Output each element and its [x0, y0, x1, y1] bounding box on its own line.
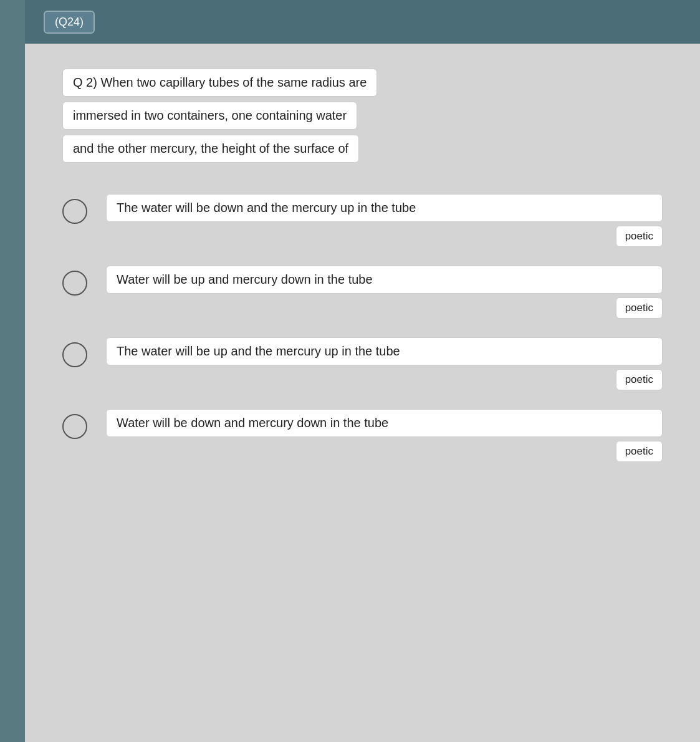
header: (Q24): [25, 0, 700, 44]
option-content-1: The water will be down and the mercury u…: [106, 194, 663, 247]
options-container: The water will be down and the mercury u…: [62, 194, 663, 462]
option-row-4: Water will be down and mercury down in t…: [62, 409, 663, 462]
content-area: Q 2) When two capillary tubes of the sam…: [25, 44, 700, 742]
poetic-badge-3: poetic: [616, 369, 663, 390]
main-content: (Q24) Q 2) When two capillary tubes of t…: [25, 0, 700, 742]
radio-button-2[interactable]: [62, 271, 87, 296]
question-number-badge: (Q24): [44, 11, 95, 34]
radio-button-4[interactable]: [62, 414, 87, 439]
option-content-3: The water will be up and the mercury up …: [106, 337, 663, 390]
left-sidebar-bar: [0, 0, 25, 742]
question-line-2: immersed in two containers, one containi…: [62, 102, 357, 130]
option-content-2: Water will be up and mercury down in the…: [106, 266, 663, 319]
option-text-3[interactable]: The water will be up and the mercury up …: [106, 337, 663, 365]
option-row-3: The water will be up and the mercury up …: [62, 337, 663, 390]
option-row-2: Water will be up and mercury down in the…: [62, 266, 663, 319]
question-line-3: and the other mercury, the height of the…: [62, 135, 359, 163]
option-text-1[interactable]: The water will be down and the mercury u…: [106, 194, 663, 222]
radio-button-3[interactable]: [62, 342, 87, 367]
option-row-1: The water will be down and the mercury u…: [62, 194, 663, 247]
poetic-badge-2: poetic: [616, 297, 663, 319]
option-content-4: Water will be down and mercury down in t…: [106, 409, 663, 462]
page-container: (Q24) Q 2) When two capillary tubes of t…: [0, 0, 700, 742]
option-text-2[interactable]: Water will be up and mercury down in the…: [106, 266, 663, 294]
question-line-1: Q 2) When two capillary tubes of the sam…: [62, 69, 377, 97]
poetic-badge-4: poetic: [616, 441, 663, 462]
radio-button-1[interactable]: [62, 199, 87, 224]
option-text-4[interactable]: Water will be down and mercury down in t…: [106, 409, 663, 437]
question-text-block: Q 2) When two capillary tubes of the sam…: [62, 69, 663, 163]
poetic-badge-1: poetic: [616, 226, 663, 247]
